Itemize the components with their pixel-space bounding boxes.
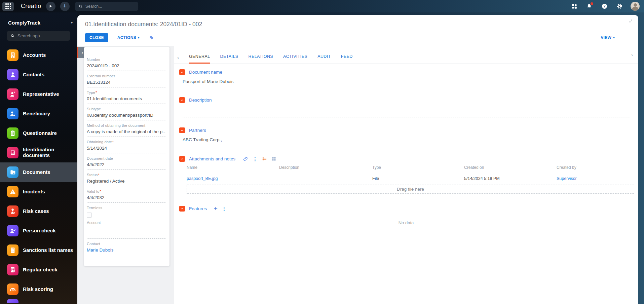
sidebar-item-sanctions-list-names[interactable]: Sanctions list names: [0, 240, 77, 260]
field-label-text: Document date: [87, 156, 113, 160]
expand-icon: [629, 19, 633, 23]
new-record-button[interactable]: +: [60, 2, 70, 11]
tab-activities[interactable]: ACTIVITIES: [283, 54, 307, 64]
tab-audit[interactable]: AUDIT: [317, 54, 331, 64]
section-title[interactable]: Features: [189, 206, 207, 211]
tile-view-button[interactable]: [271, 156, 276, 161]
detective-icon: [7, 205, 18, 217]
sidebar-item-regular-check[interactable]: Regular check: [0, 260, 77, 279]
section-title[interactable]: Description: [189, 98, 212, 103]
app-search-placeholder: Search app...: [17, 33, 43, 38]
workspaces-button[interactable]: [570, 2, 578, 10]
tags-button[interactable]: [149, 35, 154, 40]
sidebar-item-representative[interactable]: Representative: [0, 84, 77, 104]
section-title[interactable]: Attachments and notes: [189, 156, 235, 161]
cell-created-by[interactable]: Supervisor: [557, 176, 634, 181]
field-value-account[interactable]: [87, 226, 165, 239]
tabs-scroll-left[interactable]: ‹: [177, 54, 179, 64]
field-value-document-date[interactable]: 4/5/2022: [87, 162, 165, 170]
sidebar-item-label: Regular check: [23, 267, 60, 273]
sidebar-item-label: Person check: [23, 228, 59, 234]
sidebar-item-beneficiary[interactable]: Beneficiary: [0, 104, 77, 123]
creatio-logo: Creatio: [21, 3, 41, 10]
required-asterisk: *: [96, 90, 97, 94]
collapse-section-icon[interactable]: [179, 127, 185, 133]
cell-name[interactable]: paspoort_BE.jpg: [187, 176, 279, 181]
partners-value[interactable]: ABC Trading Corp.,: [183, 137, 630, 145]
sidebar-item-person-check[interactable]: Person check: [0, 221, 77, 240]
settings-button[interactable]: [615, 2, 623, 10]
attach-file-button[interactable]: [243, 156, 249, 162]
sidebar-item-documents[interactable]: Documents: [0, 162, 77, 182]
app-launcher-button[interactable]: [2, 2, 14, 11]
sidebar-item-risk-scoring[interactable]: Risk scoring: [0, 279, 77, 299]
tab-feed[interactable]: FEED: [341, 54, 353, 64]
workspace-selector[interactable]: ComplyTrack ▾: [0, 12, 77, 26]
field-label-text: Account: [87, 221, 101, 225]
sidebar-item-label: Representative: [23, 91, 62, 97]
section-title[interactable]: Partners: [189, 128, 206, 133]
sidebar-item-questionnaire[interactable]: Questionnaire: [0, 123, 77, 143]
column-header-created-by[interactable]: Created by: [557, 165, 634, 170]
run-process-button[interactable]: [46, 2, 55, 11]
field-value-subtype[interactable]: 08.Identity document/passport/ID: [87, 113, 165, 120]
expand-page-button[interactable]: [629, 19, 633, 24]
sidebar-item-contacts[interactable]: Contacts: [0, 65, 77, 84]
global-search-input[interactable]: Search...: [75, 2, 138, 11]
sidebar-item-label: Risk cases: [23, 208, 52, 214]
column-header-name[interactable]: Name: [187, 165, 279, 170]
search-icon: [10, 34, 15, 38]
column-header-type[interactable]: Type: [372, 165, 464, 170]
field-value-contact[interactable]: Marie Dubois: [87, 248, 165, 255]
add-feature-button[interactable]: +: [211, 205, 218, 212]
collapse-section-icon[interactable]: [179, 156, 185, 162]
sidebar-item-risk-cases[interactable]: Risk cases: [0, 201, 77, 221]
field-value-status[interactable]: Registered / Active: [87, 179, 165, 186]
field-value-external-number[interactable]: BE1513124: [87, 80, 165, 87]
tab-details[interactable]: DETAILS: [220, 54, 238, 64]
section-partners-header: Partners: [174, 127, 638, 133]
sidebar-item-accounts[interactable]: Accounts: [0, 45, 77, 65]
description-value[interactable]: [183, 117, 630, 117]
sidebar-item-label: Contacts: [23, 72, 47, 78]
profile-avatar[interactable]: [631, 2, 640, 11]
column-header-description[interactable]: Description: [279, 165, 372, 170]
record-header: 01.Identification documents: 2024/01ID -…: [77, 15, 638, 46]
help-button[interactable]: ?: [600, 2, 608, 10]
column-header-created-on[interactable]: Created on: [464, 165, 557, 170]
collapse-section-icon[interactable]: [179, 97, 185, 103]
field-value-method-of-obtaining-the-document[interactable]: A copy is made of the original of the p.…: [87, 129, 165, 137]
field-label-text: External number: [87, 74, 115, 78]
attachments-menu-button[interactable]: ⋮: [253, 156, 258, 161]
collapse-section-icon[interactable]: [179, 69, 185, 75]
tab-relations[interactable]: RELATIONS: [249, 54, 273, 64]
field-value-type[interactable]: 01.Identification documents: [87, 96, 165, 104]
field-value-obtaining-date[interactable]: 5/14/2024: [87, 146, 165, 153]
checkbox-termless[interactable]: [87, 213, 92, 218]
sidebar-item-incidents[interactable]: Incidents: [0, 182, 77, 201]
field-label: Document date: [87, 156, 165, 160]
list-view-button[interactable]: [262, 156, 267, 162]
notifications-button[interactable]: [585, 2, 593, 10]
view-button[interactable]: VIEW ▾: [601, 35, 615, 40]
app-search-input[interactable]: Search app...: [7, 31, 70, 41]
building-icon: [7, 49, 18, 61]
section-title[interactable]: Document name: [189, 70, 222, 75]
field-value-number[interactable]: 2024/01ID - 002: [87, 63, 165, 71]
field-label: Valid to*: [87, 189, 165, 193]
sidebar-item-identification-documents[interactable]: Identification documents: [0, 143, 77, 162]
field-value-valid-to[interactable]: 4/4/2032: [87, 195, 165, 203]
no-data-label: No data: [174, 220, 638, 225]
page-title: 01.Identification documents: 2024/01ID -…: [85, 21, 202, 28]
close-button[interactable]: CLOSE: [85, 33, 108, 42]
field-label: Account: [87, 221, 165, 225]
tabs-scroll-right[interactable]: ›: [631, 52, 633, 61]
features-menu-button[interactable]: ⋮: [222, 206, 227, 211]
actions-button[interactable]: ACTIONS ▾: [117, 35, 140, 40]
attachment-row[interactable]: paspoort_BE.jpgFile5/14/2024 5:19 PMSupe…: [187, 173, 634, 184]
drag-drop-zone[interactable]: Drag file here: [187, 185, 634, 194]
warning-icon: [7, 186, 18, 197]
tab-general[interactable]: GENERAL: [189, 54, 210, 64]
collapse-section-icon[interactable]: [179, 206, 185, 212]
document-name-value[interactable]: Passport of Marie Dubois: [183, 79, 630, 87]
